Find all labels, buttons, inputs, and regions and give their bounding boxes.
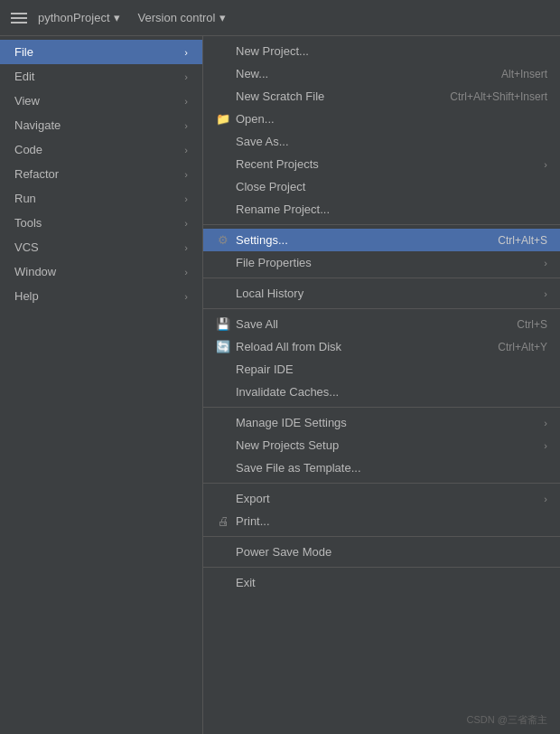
sep-after-power-save-mode <box>203 567 560 568</box>
right-menu-label-save-as: Save As... <box>236 135 289 148</box>
right-menu-item-close-project[interactable]: Close Project <box>203 175 560 198</box>
right-submenu: New Project...New...Alt+InsertNew Scratc… <box>203 36 560 734</box>
left-menu: File›Edit›View›Navigate›Code›Refactor›Ru… <box>0 36 203 734</box>
right-menu-item-invalidate-caches[interactable]: Invalidate Caches... <box>203 381 560 403</box>
menu-separator-sep2 <box>203 278 560 278</box>
left-menu-arrow-code: › <box>184 145 188 155</box>
left-menu-label-vcs: VCS <box>14 240 39 254</box>
submenu-arrow-export: › <box>544 494 547 504</box>
left-menu-arrow-file: › <box>184 47 188 58</box>
right-menu-label-close-project: Close Project <box>236 180 305 193</box>
right-menu-label-exit: Exit <box>236 576 256 589</box>
item-left-export: Export <box>216 492 270 505</box>
left-menu-item-help[interactable]: Help› <box>0 284 202 308</box>
left-menu-arrow-refactor: › <box>184 169 188 180</box>
right-menu-label-export: Export <box>236 492 270 505</box>
left-menu-item-view[interactable]: View› <box>0 89 202 113</box>
watermark: CSDN @三省斋主 <box>467 713 547 727</box>
left-menu-arrow-run: › <box>184 193 188 204</box>
left-menu-label-view: View <box>14 94 40 108</box>
titlebar: pythonProject ▾ Version control ▾ <box>0 0 560 36</box>
left-menu-arrow-tools: › <box>184 218 188 229</box>
item-left-open: 📁Open... <box>216 112 275 126</box>
item-left-print: 🖨Print... <box>216 514 270 528</box>
left-menu-item-code[interactable]: Code› <box>0 137 202 162</box>
right-menu-item-local-history[interactable]: Local History› <box>203 282 560 305</box>
left-menu-item-navigate[interactable]: Navigate› <box>0 113 202 137</box>
right-menu-label-invalidate-caches: Invalidate Caches... <box>236 385 339 399</box>
item-left-reload-all: 🔄Reload All from Disk <box>216 340 341 353</box>
left-menu-item-tools[interactable]: Tools› <box>0 211 202 235</box>
right-menu-item-save-all[interactable]: 💾Save AllCtrl+S <box>203 313 560 335</box>
submenu-arrow-file-properties: › <box>544 258 547 268</box>
right-menu-label-open: Open... <box>236 112 275 126</box>
right-menu-item-recent-projects[interactable]: Recent Projects› <box>203 153 560 175</box>
right-menu-item-exit[interactable]: Exit <box>203 571 560 594</box>
right-menu-item-print[interactable]: 🖨Print... <box>203 510 560 532</box>
left-menu-item-file[interactable]: File› <box>0 40 202 64</box>
project-chevron: ▾ <box>114 11 120 24</box>
right-menu-item-save-file-template[interactable]: Save File as Template... <box>203 456 560 479</box>
left-menu-label-edit: Edit <box>14 70 34 83</box>
vcs-chevron: ▾ <box>219 11 226 24</box>
sep-after-rename-project <box>203 224 560 225</box>
left-menu-label-refactor: Refactor <box>14 167 59 181</box>
right-menu-item-new-project[interactable]: New Project... <box>203 40 560 62</box>
left-menu-label-navigate: Navigate <box>14 118 61 132</box>
right-menu-item-settings[interactable]: ⚙Settings...Ctrl+Alt+S <box>203 229 560 251</box>
vcs-label: Version control <box>138 11 216 24</box>
right-menu-item-export[interactable]: Export› <box>203 487 560 510</box>
left-menu-arrow-view: › <box>184 96 188 107</box>
left-menu-arrow-navigate: › <box>184 120 188 131</box>
submenu-arrow-manage-ide-settings: › <box>544 418 547 428</box>
right-menu-item-manage-ide-settings[interactable]: Manage IDE Settings› <box>203 411 560 434</box>
item-left-file-properties: File Properties <box>216 256 312 269</box>
right-menu-item-reload-all[interactable]: 🔄Reload All from DiskCtrl+Alt+Y <box>203 335 560 358</box>
left-menu-arrow-vcs: › <box>184 242 188 253</box>
left-menu-item-refactor[interactable]: Refactor› <box>0 162 202 186</box>
right-menu-label-save-all: Save All <box>236 317 278 331</box>
left-menu-item-window[interactable]: Window› <box>0 259 202 284</box>
right-menu-item-power-save-mode[interactable]: Power Save Mode <box>203 541 560 563</box>
right-menu-item-rename-project[interactable]: Rename Project... <box>203 198 560 221</box>
right-menu-label-power-save-mode: Power Save Mode <box>236 545 331 559</box>
left-menu-item-edit[interactable]: Edit› <box>0 64 202 89</box>
right-menu-item-new[interactable]: New...Alt+Insert <box>203 62 560 85</box>
item-left-invalidate-caches: Invalidate Caches... <box>216 385 339 399</box>
right-menu-item-file-properties[interactable]: File Properties› <box>203 251 560 274</box>
left-menu-label-code: Code <box>14 143 42 156</box>
hamburger-menu[interactable] <box>11 13 27 24</box>
right-menu-item-repair-ide[interactable]: Repair IDE <box>203 358 560 381</box>
reload-icon: 🔄 <box>216 340 230 353</box>
right-menu-item-open[interactable]: 📁Open... <box>203 108 560 130</box>
left-menu-arrow-help: › <box>184 291 188 302</box>
left-menu-item-vcs[interactable]: VCS› <box>0 235 202 259</box>
right-menu-item-save-as[interactable]: Save As... <box>203 130 560 153</box>
item-left-save-as: Save As... <box>216 135 289 148</box>
right-menu-label-recent-projects: Recent Projects <box>236 157 319 171</box>
item-left-manage-ide-settings: Manage IDE Settings <box>216 416 347 429</box>
right-menu-label-rename-project: Rename Project... <box>236 202 330 216</box>
right-menu-item-new-scratch-file[interactable]: New Scratch FileCtrl+Alt+Shift+Insert <box>203 85 560 108</box>
right-menu-label-repair-ide: Repair IDE <box>236 362 294 376</box>
item-left-new-projects-setup: New Projects Setup <box>216 438 339 452</box>
gear-icon: ⚙ <box>216 233 230 247</box>
vcs-selector[interactable]: Version control ▾ <box>138 11 226 24</box>
submenu-arrow-new-projects-setup: › <box>544 440 547 451</box>
right-menu-label-reload-all: Reload All from Disk <box>236 340 341 353</box>
right-menu-label-print: Print... <box>236 514 270 528</box>
left-menu-label-tools: Tools <box>14 216 42 230</box>
right-menu-label-file-properties: File Properties <box>236 256 312 269</box>
submenu-arrow-local-history: › <box>544 288 547 299</box>
right-menu-item-new-projects-setup[interactable]: New Projects Setup› <box>203 434 560 456</box>
item-left-local-history: Local History <box>216 287 303 300</box>
left-menu-label-window: Window <box>14 265 56 278</box>
right-menu-label-save-file-template: Save File as Template... <box>236 461 361 475</box>
project-name: pythonProject <box>38 11 110 24</box>
shortcut-new: Alt+Insert <box>501 68 547 80</box>
left-menu-item-run[interactable]: Run› <box>0 186 202 211</box>
right-menu-label-new-scratch-file: New Scratch File <box>236 89 324 103</box>
item-left-recent-projects: Recent Projects <box>216 157 319 171</box>
menu-container: File›Edit›View›Navigate›Code›Refactor›Ru… <box>0 36 560 734</box>
project-selector[interactable]: pythonProject ▾ <box>38 11 120 24</box>
